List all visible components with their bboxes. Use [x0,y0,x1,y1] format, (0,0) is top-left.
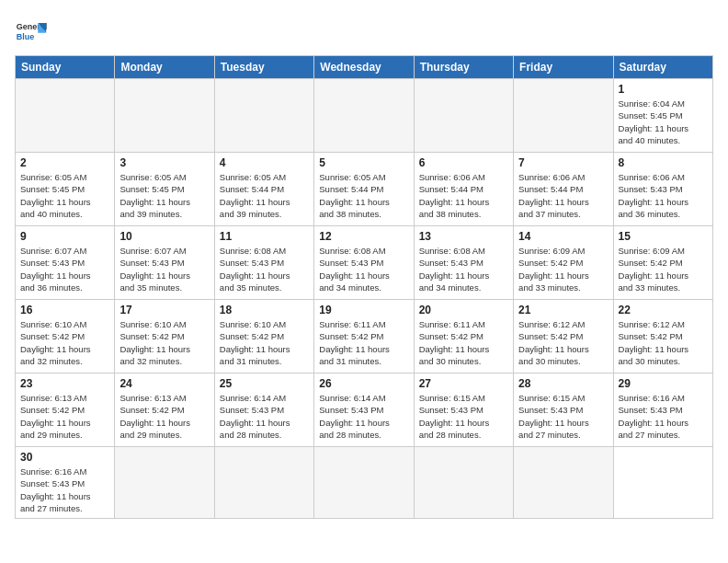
day-number: 7 [518,156,608,169]
day-info: Sunrise: 6:16 AMSunset: 5:43 PMDaylight:… [619,392,708,441]
calendar-cell [115,447,214,519]
calendar-cell: 29Sunrise: 6:16 AMSunset: 5:43 PMDayligh… [613,373,712,447]
day-number: 16 [20,304,109,316]
day-info: Sunrise: 6:10 AMSunset: 5:42 PMDaylight:… [119,318,209,367]
day-number: 30 [20,451,109,464]
day-number: 22 [619,304,708,316]
day-number: 26 [319,377,408,390]
calendar-cell: 11Sunrise: 6:08 AMSunset: 5:43 PMDayligh… [214,226,313,300]
day-info: Sunrise: 6:12 AMSunset: 5:42 PMDaylight:… [619,318,708,367]
day-info: Sunrise: 6:08 AMSunset: 5:43 PMDaylight:… [220,245,309,293]
day-info: Sunrise: 6:04 AMSunset: 5:45 PMDaylight:… [619,98,708,146]
calendar-cell: 28Sunrise: 6:15 AMSunset: 5:43 PMDayligh… [514,373,613,447]
day-info: Sunrise: 6:13 AMSunset: 5:42 PMDaylight:… [119,392,209,441]
day-number: 28 [518,377,608,390]
day-info: Sunrise: 6:10 AMSunset: 5:42 PMDaylight:… [20,318,109,367]
day-number: 11 [220,230,309,243]
calendar-cell: 10Sunrise: 6:07 AMSunset: 5:43 PMDayligh… [115,226,214,300]
calendar-cell: 1Sunrise: 6:04 AMSunset: 5:45 PMDaylight… [613,79,712,153]
day-info: Sunrise: 6:11 AMSunset: 5:42 PMDaylight:… [319,318,408,367]
calendar-cell: 25Sunrise: 6:14 AMSunset: 5:43 PMDayligh… [214,373,313,447]
calendar-cell: 16Sunrise: 6:10 AMSunset: 5:42 PMDayligh… [16,300,115,373]
day-number: 3 [119,156,209,169]
day-number: 10 [119,230,209,243]
day-number: 20 [419,304,508,316]
calendar-cell [314,447,414,519]
calendar-cell [214,447,313,519]
calendar-cell [613,447,712,519]
calendar-cell: 8Sunrise: 6:06 AMSunset: 5:43 PMDaylight… [613,153,712,226]
day-number: 9 [20,230,109,243]
calendar-cell: 7Sunrise: 6:06 AMSunset: 5:44 PMDaylight… [514,153,613,226]
calendar-cell: 23Sunrise: 6:13 AMSunset: 5:42 PMDayligh… [16,373,115,447]
day-number: 23 [20,377,109,390]
svg-text:Blue: Blue [17,32,35,41]
day-number: 19 [319,304,408,316]
weekday-header: Sunday [16,56,115,79]
day-info: Sunrise: 6:05 AMSunset: 5:44 PMDaylight:… [220,171,309,220]
calendar-cell: 4Sunrise: 6:05 AMSunset: 5:44 PMDaylight… [214,153,313,226]
calendar-cell: 13Sunrise: 6:08 AMSunset: 5:43 PMDayligh… [414,226,513,300]
logo-icon: General Blue [15,15,48,48]
day-info: Sunrise: 6:15 AMSunset: 5:43 PMDaylight:… [419,392,508,441]
day-info: Sunrise: 6:05 AMSunset: 5:45 PMDaylight:… [119,171,209,220]
day-info: Sunrise: 6:15 AMSunset: 5:43 PMDaylight:… [518,392,608,441]
day-info: Sunrise: 6:14 AMSunset: 5:43 PMDaylight:… [220,392,309,441]
calendar-cell: 6Sunrise: 6:06 AMSunset: 5:44 PMDaylight… [414,153,513,226]
calendar-cell [214,79,313,153]
calendar-cell [514,447,613,519]
calendar-cell: 15Sunrise: 6:09 AMSunset: 5:42 PMDayligh… [613,226,712,300]
calendar-cell: 18Sunrise: 6:10 AMSunset: 5:42 PMDayligh… [214,300,313,373]
weekday-header: Wednesday [314,56,414,79]
day-number: 18 [220,304,309,316]
day-number: 21 [518,304,608,316]
calendar-cell [314,79,414,153]
day-number: 17 [119,304,209,316]
day-info: Sunrise: 6:09 AMSunset: 5:42 PMDaylight:… [619,245,708,293]
day-number: 5 [319,156,408,169]
day-info: Sunrise: 6:05 AMSunset: 5:45 PMDaylight:… [20,171,109,220]
calendar-cell [414,447,513,519]
day-number: 1 [619,83,708,96]
calendar-cell: 30Sunrise: 6:16 AMSunset: 5:43 PMDayligh… [16,447,115,519]
day-info: Sunrise: 6:11 AMSunset: 5:42 PMDaylight:… [419,318,508,367]
day-info: Sunrise: 6:13 AMSunset: 5:42 PMDaylight:… [20,392,109,441]
calendar-cell: 9Sunrise: 6:07 AMSunset: 5:43 PMDaylight… [16,226,115,300]
day-number: 4 [220,156,309,169]
day-number: 27 [419,377,508,390]
day-number: 14 [518,230,608,243]
day-info: Sunrise: 6:07 AMSunset: 5:43 PMDaylight:… [20,245,109,293]
day-info: Sunrise: 6:10 AMSunset: 5:42 PMDaylight:… [220,318,309,367]
day-info: Sunrise: 6:06 AMSunset: 5:44 PMDaylight:… [419,171,508,220]
calendar-cell [16,79,115,153]
day-info: Sunrise: 6:08 AMSunset: 5:43 PMDaylight:… [319,245,408,293]
day-info: Sunrise: 6:06 AMSunset: 5:43 PMDaylight:… [619,171,708,220]
day-number: 15 [619,230,708,243]
weekday-header: Tuesday [214,56,313,79]
day-info: Sunrise: 6:09 AMSunset: 5:42 PMDaylight:… [518,245,608,293]
calendar-cell [115,79,214,153]
day-number: 13 [419,230,508,243]
day-info: Sunrise: 6:08 AMSunset: 5:43 PMDaylight:… [419,245,508,293]
calendar-cell: 19Sunrise: 6:11 AMSunset: 5:42 PMDayligh… [314,300,414,373]
logo: General Blue [15,15,48,48]
day-number: 2 [20,156,109,169]
weekday-header: Thursday [414,56,513,79]
weekday-header: Saturday [613,56,712,79]
calendar-cell: 22Sunrise: 6:12 AMSunset: 5:42 PMDayligh… [613,300,712,373]
calendar-cell: 17Sunrise: 6:10 AMSunset: 5:42 PMDayligh… [115,300,214,373]
day-info: Sunrise: 6:14 AMSunset: 5:43 PMDaylight:… [319,392,408,441]
calendar-cell: 27Sunrise: 6:15 AMSunset: 5:43 PMDayligh… [414,373,513,447]
day-info: Sunrise: 6:07 AMSunset: 5:43 PMDaylight:… [119,245,209,293]
calendar-cell: 26Sunrise: 6:14 AMSunset: 5:43 PMDayligh… [314,373,414,447]
calendar-cell [414,79,513,153]
day-number: 29 [619,377,708,390]
page-header: General Blue [15,15,713,48]
day-number: 8 [619,156,708,169]
day-number: 6 [419,156,508,169]
calendar-cell: 12Sunrise: 6:08 AMSunset: 5:43 PMDayligh… [314,226,414,300]
calendar-cell: 3Sunrise: 6:05 AMSunset: 5:45 PMDaylight… [115,153,214,226]
day-info: Sunrise: 6:06 AMSunset: 5:44 PMDaylight:… [518,171,608,220]
weekday-header: Monday [115,56,214,79]
day-info: Sunrise: 6:12 AMSunset: 5:42 PMDaylight:… [518,318,608,367]
